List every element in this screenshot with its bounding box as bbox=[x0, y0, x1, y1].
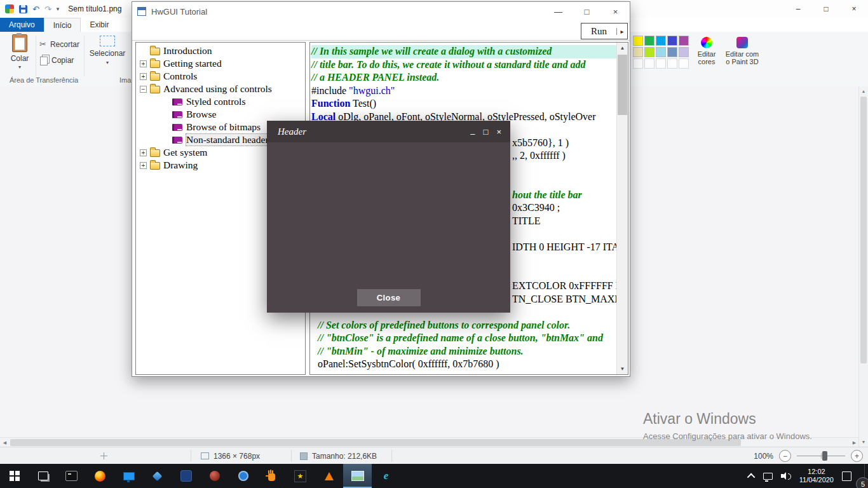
redo-icon[interactable]: ↷ bbox=[44, 5, 51, 13]
hand-icon bbox=[268, 473, 275, 481]
tab-arquivo[interactable]: Arquivo bbox=[0, 18, 44, 32]
code-scroll-down-icon[interactable]: ▼ bbox=[617, 363, 628, 374]
header-maximize-button[interactable]: □ bbox=[484, 128, 489, 136]
blue-circle-app-button[interactable] bbox=[229, 464, 257, 488]
watermark-title: Ativar o Windows bbox=[643, 410, 812, 428]
hwgui-titlebar[interactable]: HwGUI Tutorial — □ × bbox=[132, 2, 630, 21]
expand-icon[interactable]: + bbox=[140, 60, 147, 67]
select-button[interactable]: Selecionar ▾ bbox=[89, 36, 126, 65]
star-app-button[interactable]: ★ bbox=[286, 464, 315, 488]
expand-icon[interactable]: + bbox=[140, 73, 147, 80]
book-icon bbox=[172, 98, 182, 105]
code-scroll-up-icon[interactable]: ▲ bbox=[617, 43, 628, 53]
vertical-scroll-thumb[interactable] bbox=[860, 97, 867, 363]
palette-color-swatch[interactable] bbox=[679, 58, 689, 69]
collapse-icon[interactable]: − bbox=[140, 86, 147, 93]
scroll-down-icon[interactable]: ▼ bbox=[859, 437, 868, 447]
tree-item-browse[interactable]: Browse bbox=[136, 108, 305, 121]
red-app-button[interactable] bbox=[200, 464, 229, 488]
palette-color-swatch[interactable] bbox=[679, 47, 689, 57]
qat-menu-icon[interactable]: ▾ bbox=[57, 5, 60, 13]
palette-color-swatch[interactable] bbox=[656, 58, 666, 69]
scroll-right-icon[interactable]: ▶ bbox=[850, 438, 859, 447]
hwgui-close-button[interactable]: × bbox=[601, 2, 630, 21]
header-dialog-titlebar[interactable]: Header – □ × bbox=[267, 121, 510, 142]
edge-icon: e bbox=[384, 470, 389, 482]
palette-color-swatch[interactable] bbox=[644, 47, 654, 57]
palette-color-swatch[interactable] bbox=[644, 36, 654, 46]
tab-exibir[interactable]: Exibir bbox=[81, 18, 118, 32]
header-close-button[interactable]: Close bbox=[357, 289, 421, 306]
paint-minimize-button[interactable]: – bbox=[784, 0, 812, 18]
tree-item-advanced-using-of-controls[interactable]: −Advanced using of controls bbox=[136, 83, 305, 95]
tab-inicio[interactable]: Início bbox=[44, 18, 81, 32]
paint-close-button[interactable]: × bbox=[840, 0, 868, 18]
vertical-scrollbar[interactable]: ▲ ▼ bbox=[858, 86, 868, 447]
palette-color-swatch[interactable] bbox=[656, 36, 666, 46]
explorer-app-button[interactable] bbox=[114, 464, 143, 488]
paint-statusbar: 868 × 488px Tamanho: 212,6KB 100% − + bbox=[0, 447, 868, 464]
zoom-in-button[interactable]: + bbox=[851, 450, 863, 462]
header-minimize-button[interactable]: – bbox=[470, 130, 475, 138]
taskview-icon bbox=[38, 471, 48, 480]
hwgui-minimize-button[interactable]: — bbox=[544, 2, 573, 21]
network-icon[interactable] bbox=[763, 473, 773, 480]
expand-icon[interactable]: + bbox=[140, 149, 147, 156]
tree-spacer bbox=[161, 137, 168, 144]
run-button[interactable]: Run ▸ bbox=[581, 23, 628, 39]
dark-blue-app-button[interactable] bbox=[172, 464, 200, 488]
run-dropdown-icon[interactable]: ▸ bbox=[616, 28, 627, 35]
palette-color-swatch[interactable] bbox=[679, 36, 689, 46]
tree-item-controls[interactable]: +Controls bbox=[136, 70, 305, 83]
hwgui-caption-buttons: — □ × bbox=[544, 2, 630, 21]
edit-colors-button[interactable]: Editar cores bbox=[691, 37, 722, 65]
tree-item-label: Getting started bbox=[163, 58, 222, 69]
header-dialog-caption-buttons: – □ × bbox=[470, 128, 501, 136]
firefox-app-button[interactable] bbox=[86, 464, 114, 488]
tree-item-getting-started[interactable]: +Getting started bbox=[136, 57, 305, 70]
zoom-out-button[interactable]: − bbox=[779, 450, 791, 462]
edit-paint3d-button[interactable]: Editar com o Paint 3D bbox=[724, 37, 760, 65]
taskbar-clock[interactable]: 12:02 11/04/2020 bbox=[799, 468, 834, 484]
scroll-up-icon[interactable]: ▲ bbox=[859, 86, 868, 96]
cut-button[interactable]: ✂ Recortar bbox=[39, 39, 79, 49]
paint-maximize-button[interactable]: □ bbox=[812, 0, 840, 18]
edge-app-button[interactable]: e bbox=[372, 464, 400, 488]
palette-color-swatch[interactable] bbox=[667, 36, 677, 46]
scroll-left-icon[interactable]: ◀ bbox=[0, 438, 10, 447]
header-close-x-button[interactable]: × bbox=[496, 128, 501, 136]
palette-color-swatch[interactable] bbox=[633, 47, 643, 57]
vlc-app-button[interactable] bbox=[315, 464, 343, 488]
palette-color-swatch[interactable] bbox=[667, 58, 677, 69]
book-icon bbox=[172, 124, 182, 131]
expand-icon[interactable]: + bbox=[140, 162, 147, 169]
terminal-app-button[interactable] bbox=[57, 464, 86, 488]
save-icon[interactable] bbox=[19, 5, 27, 13]
palette-color-swatch[interactable] bbox=[656, 47, 666, 57]
copy-button[interactable]: Copiar bbox=[39, 55, 74, 65]
action-center-icon[interactable] bbox=[842, 471, 851, 481]
volume-icon[interactable] bbox=[781, 472, 791, 480]
zoom-slider[interactable] bbox=[797, 451, 845, 461]
task-view-button[interactable] bbox=[29, 464, 57, 488]
palette-color-swatch[interactable] bbox=[633, 58, 643, 69]
hidden-icons-chevron-icon[interactable] bbox=[747, 473, 755, 481]
tree-item-styled-controls[interactable]: Styled controls bbox=[136, 95, 305, 108]
start-button[interactable] bbox=[0, 464, 29, 488]
system-tray: 12:02 11/04/2020 bbox=[749, 464, 851, 488]
palette-color-swatch[interactable] bbox=[644, 58, 654, 69]
paste-button[interactable]: Colar ▾ bbox=[5, 34, 34, 79]
hwgui-window-title: HwGUI Tutorial bbox=[151, 7, 207, 17]
horizontal-scroll-thumb[interactable] bbox=[10, 439, 741, 446]
palette-color-swatch[interactable] bbox=[667, 47, 677, 57]
palette-color-swatch[interactable] bbox=[633, 36, 643, 46]
hwgui-maximize-button[interactable]: □ bbox=[573, 2, 601, 21]
code-scrollbar[interactable]: ▲ ▼ bbox=[616, 43, 628, 374]
blue-gem-app-button[interactable] bbox=[143, 464, 172, 488]
zoom-slider-thumb[interactable] bbox=[822, 451, 827, 461]
undo-icon[interactable]: ↶ bbox=[32, 5, 39, 13]
code-scroll-thumb[interactable] bbox=[618, 55, 627, 115]
paint-app-button[interactable] bbox=[343, 464, 372, 488]
tree-item-introduction[interactable]: Introduction bbox=[136, 44, 305, 57]
hand-app-button[interactable] bbox=[257, 464, 286, 488]
